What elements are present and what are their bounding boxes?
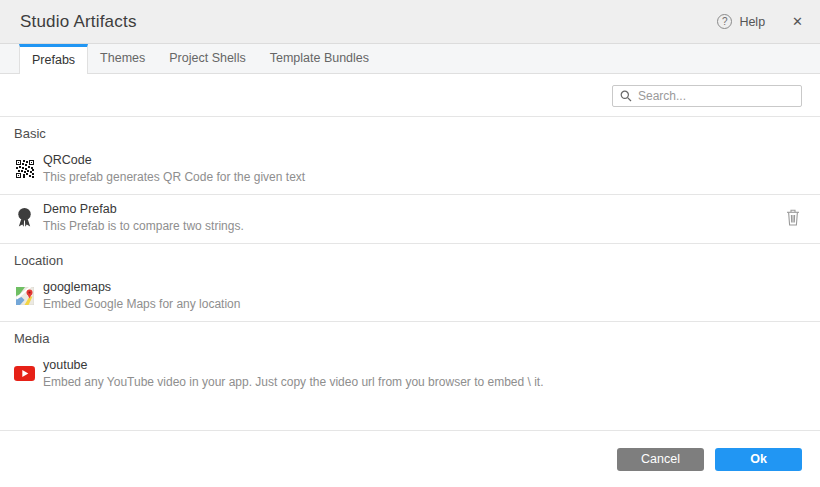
ok-button[interactable]: Ok [715, 448, 802, 471]
item-title: Demo Prefab [43, 202, 244, 216]
header-actions: ? Help ✕ [717, 14, 803, 29]
tab-prefabs[interactable]: Prefabs [19, 44, 88, 74]
item-title: googlemaps [43, 280, 240, 294]
studio-artifacts-dialog: Studio Artifacts ? Help ✕ Prefabs Themes… [0, 0, 820, 487]
section-title-location: Location [0, 244, 820, 273]
question-circle-icon: ? [717, 14, 732, 29]
search-box [612, 85, 802, 107]
item-description: Embed Google Maps for any location [43, 297, 240, 311]
ribbon-badge-icon [14, 207, 35, 228]
google-maps-icon [14, 287, 35, 305]
item-text: Demo Prefab This Prefab is to compare tw… [43, 202, 244, 233]
page-title: Studio Artifacts [20, 12, 137, 32]
trash-icon [786, 209, 800, 226]
tab-themes[interactable]: Themes [88, 44, 157, 73]
search-icon [620, 90, 632, 102]
tab-template-bundles[interactable]: Template Bundles [258, 44, 381, 73]
help-button[interactable]: ? Help [717, 14, 765, 29]
dialog-footer: Cancel Ok [0, 430, 820, 487]
item-text: googlemaps Embed Google Maps for any loc… [43, 280, 240, 311]
cancel-button[interactable]: Cancel [617, 448, 704, 471]
dialog-header: Studio Artifacts ? Help ✕ [0, 0, 820, 44]
section-title-media: Media [0, 322, 820, 351]
item-text: QRCode This prefab generates QR Code for… [43, 153, 305, 184]
item-text: youtube Embed any YouTube video in your … [43, 358, 544, 389]
section-title-basic: Basic [0, 117, 820, 146]
list-item-youtube[interactable]: youtube Embed any YouTube video in your … [0, 351, 820, 399]
qrcode-icon [14, 160, 35, 178]
list-item-googlemaps[interactable]: googlemaps Embed Google Maps for any loc… [0, 273, 820, 321]
delete-button[interactable] [784, 207, 802, 228]
search-input[interactable] [638, 89, 794, 103]
youtube-icon [14, 366, 35, 381]
help-label: Help [739, 15, 765, 29]
item-description: This Prefab is to compare two strings. [43, 219, 244, 233]
tab-project-shells[interactable]: Project Shells [157, 44, 257, 73]
item-description: This prefab generates QR Code for the gi… [43, 170, 305, 184]
search-row [0, 74, 820, 116]
item-title: QRCode [43, 153, 305, 167]
tab-bar: Prefabs Themes Project Shells Template B… [0, 44, 820, 74]
list-item-demo-prefab[interactable]: Demo Prefab This Prefab is to compare tw… [0, 195, 820, 243]
list-item-qrcode[interactable]: QRCode This prefab generates QR Code for… [0, 146, 820, 194]
item-description: Embed any YouTube video in your app. Jus… [43, 375, 544, 389]
close-icon[interactable]: ✕ [792, 14, 803, 29]
item-title: youtube [43, 358, 544, 372]
